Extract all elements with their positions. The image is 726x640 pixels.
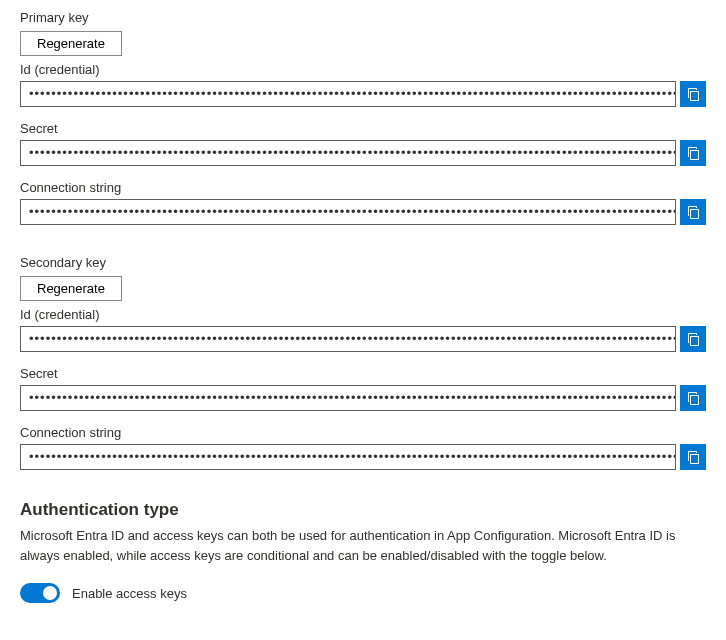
authentication-section: Authentication type Microsoft Entra ID a…: [20, 500, 706, 603]
enable-access-keys-label: Enable access keys: [72, 586, 187, 601]
secondary-id-copy-button[interactable]: [680, 326, 706, 352]
primary-regenerate-button[interactable]: Regenerate: [20, 31, 122, 56]
primary-connstring-label: Connection string: [20, 180, 706, 195]
copy-icon: [685, 331, 701, 347]
primary-key-title: Primary key: [20, 10, 706, 25]
secondary-connstring-row: ••••••••••••••••••••••••••••••••••••••••…: [20, 444, 706, 470]
primary-id-label: Id (credential): [20, 62, 706, 77]
secondary-secret-row: ••••••••••••••••••••••••••••••••••••••••…: [20, 385, 706, 411]
primary-key-section: Primary key Regenerate Id (credential) •…: [20, 10, 706, 225]
enable-access-keys-row: Enable access keys: [20, 583, 706, 603]
secondary-id-label: Id (credential): [20, 307, 706, 322]
copy-icon: [685, 449, 701, 465]
primary-secret-copy-button[interactable]: [680, 140, 706, 166]
primary-connstring-copy-button[interactable]: [680, 199, 706, 225]
secondary-connstring-copy-button[interactable]: [680, 444, 706, 470]
secondary-secret-input[interactable]: ••••••••••••••••••••••••••••••••••••••••…: [20, 385, 676, 411]
secondary-id-row: ••••••••••••••••••••••••••••••••••••••••…: [20, 326, 706, 352]
primary-secret-row: ••••••••••••••••••••••••••••••••••••••••…: [20, 140, 706, 166]
secondary-id-input[interactable]: ••••••••••••••••••••••••••••••••••••••••…: [20, 326, 676, 352]
secondary-connstring-input[interactable]: ••••••••••••••••••••••••••••••••••••••••…: [20, 444, 676, 470]
copy-icon: [685, 390, 701, 406]
toggle-thumb: [43, 586, 57, 600]
enable-access-keys-toggle[interactable]: [20, 583, 60, 603]
primary-id-row: ••••••••••••••••••••••••••••••••••••••••…: [20, 81, 706, 107]
primary-connstring-row: ••••••••••••••••••••••••••••••••••••••••…: [20, 199, 706, 225]
authentication-description: Microsoft Entra ID and access keys can b…: [20, 526, 706, 565]
secondary-connstring-label: Connection string: [20, 425, 706, 440]
copy-icon: [685, 145, 701, 161]
copy-icon: [685, 204, 701, 220]
authentication-heading: Authentication type: [20, 500, 706, 520]
secondary-regenerate-button[interactable]: Regenerate: [20, 276, 122, 301]
copy-icon: [685, 86, 701, 102]
primary-secret-input[interactable]: ••••••••••••••••••••••••••••••••••••••••…: [20, 140, 676, 166]
primary-secret-label: Secret: [20, 121, 706, 136]
primary-id-copy-button[interactable]: [680, 81, 706, 107]
secondary-secret-copy-button[interactable]: [680, 385, 706, 411]
secondary-secret-label: Secret: [20, 366, 706, 381]
primary-id-input[interactable]: ••••••••••••••••••••••••••••••••••••••••…: [20, 81, 676, 107]
secondary-key-section: Secondary key Regenerate Id (credential)…: [20, 255, 706, 470]
primary-connstring-input[interactable]: ••••••••••••••••••••••••••••••••••••••••…: [20, 199, 676, 225]
secondary-key-title: Secondary key: [20, 255, 706, 270]
